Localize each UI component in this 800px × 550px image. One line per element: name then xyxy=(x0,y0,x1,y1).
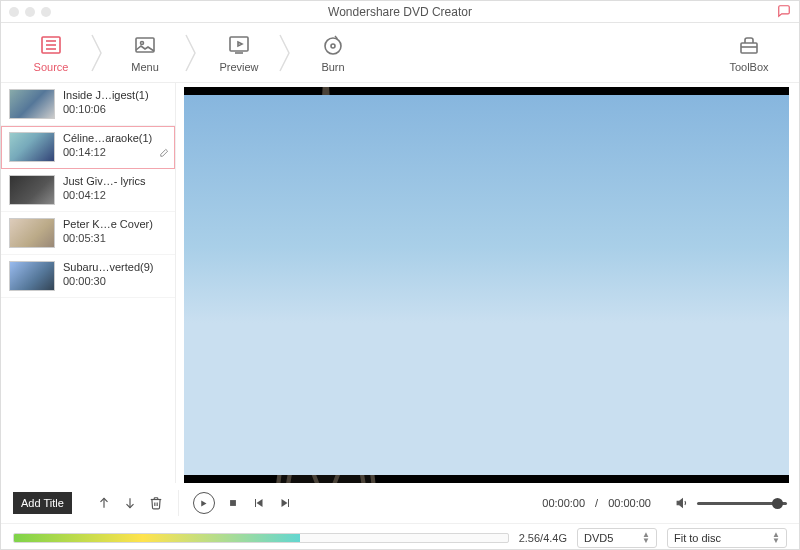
clip-duration: 00:10:06 xyxy=(63,103,149,115)
volume-icon[interactable] xyxy=(675,495,691,511)
chevron-icon xyxy=(185,33,199,73)
time-sep: / xyxy=(595,497,598,509)
clip-item[interactable]: Peter K…e Cover) 00:05:31 xyxy=(1,212,175,255)
add-title-button[interactable]: Add Title xyxy=(13,492,72,514)
step-menu-label: Menu xyxy=(131,61,159,73)
controls-row: Add Title 00:00:00 / 00:00:00 xyxy=(1,483,799,523)
step-preview-label: Preview xyxy=(219,61,258,73)
clip-duration: 00:04:12 xyxy=(63,189,146,201)
clip-duration: 00:14:12 xyxy=(63,146,152,158)
svg-marker-19 xyxy=(256,499,262,507)
svg-rect-22 xyxy=(288,499,289,507)
clip-item[interactable]: Just Giv…- lyrics 00:04:12 xyxy=(1,169,175,212)
clip-duration: 00:00:30 xyxy=(63,275,154,287)
disc-type-select[interactable]: DVD5 ▲▼ xyxy=(577,528,657,548)
svg-point-10 xyxy=(331,44,335,48)
clip-item[interactable]: Céline…araoke(1) 00:14:12 xyxy=(1,126,175,169)
move-down-icon[interactable] xyxy=(122,495,138,511)
window-title: Wondershare DVD Creator xyxy=(1,5,799,19)
clip-name: Subaru…verted(9) xyxy=(63,261,154,273)
clip-thumbnail xyxy=(9,175,55,205)
clip-item[interactable]: Inside J…igest(1) 00:10:06 xyxy=(1,83,175,126)
clip-item[interactable]: Subaru…verted(9) 00:00:30 xyxy=(1,255,175,298)
main-body: Inside J…igest(1) 00:10:06 Céline…araoke… xyxy=(1,83,799,483)
fit-value: Fit to disc xyxy=(674,532,721,544)
svg-marker-21 xyxy=(281,499,287,507)
edit-clip-icon[interactable] xyxy=(158,148,169,162)
clip-thumbnail xyxy=(9,89,55,119)
video-preview[interactable] xyxy=(184,87,789,483)
step-source-label: Source xyxy=(34,61,69,73)
title-bar: Wondershare DVD Creator xyxy=(1,1,799,23)
chevron-icon xyxy=(91,33,105,73)
svg-point-5 xyxy=(141,41,144,44)
time-current: 00:00:00 xyxy=(542,497,585,509)
clip-thumbnail xyxy=(9,261,55,291)
clip-list: Inside J…igest(1) 00:10:06 Céline…araoke… xyxy=(1,83,176,483)
clip-duration: 00:05:31 xyxy=(63,232,153,244)
clip-thumbnail xyxy=(9,218,55,248)
volume-knob[interactable] xyxy=(772,498,783,509)
bottom-bar: 2.56/4.4G DVD5 ▲▼ Fit to disc ▲▼ xyxy=(1,523,799,550)
trash-icon[interactable] xyxy=(148,495,164,511)
capacity-fill xyxy=(14,534,300,542)
clip-name: Céline…araoke(1) xyxy=(63,132,152,144)
time-total: 00:00:00 xyxy=(608,497,651,509)
next-button[interactable] xyxy=(277,495,293,511)
step-preview[interactable]: Preview xyxy=(199,33,279,73)
svg-marker-7 xyxy=(238,42,242,46)
svg-rect-11 xyxy=(741,43,757,53)
step-toolbox[interactable]: ToolBox xyxy=(709,33,789,73)
svg-marker-17 xyxy=(202,500,207,506)
play-button[interactable] xyxy=(193,492,215,514)
feedback-icon[interactable] xyxy=(777,4,791,21)
svg-rect-6 xyxy=(230,37,248,51)
capacity-label: 2.56/4.4G xyxy=(519,532,567,544)
volume-slider[interactable] xyxy=(697,502,787,505)
svg-point-9 xyxy=(325,38,341,54)
clip-name: Just Giv…- lyrics xyxy=(63,175,146,187)
svg-rect-20 xyxy=(255,499,256,507)
move-up-icon[interactable] xyxy=(96,495,112,511)
stop-button[interactable] xyxy=(225,495,241,511)
disc-type-value: DVD5 xyxy=(584,532,613,544)
step-toolbar: Source Menu Preview Burn ToolBox xyxy=(1,23,799,83)
step-burn[interactable]: Burn xyxy=(293,33,373,73)
step-toolbox-label: ToolBox xyxy=(729,61,768,73)
step-menu[interactable]: Menu xyxy=(105,33,185,73)
stepper-icon: ▲▼ xyxy=(772,532,780,544)
clip-name: Inside J…igest(1) xyxy=(63,89,149,101)
step-burn-label: Burn xyxy=(321,61,344,73)
step-source[interactable]: Source xyxy=(11,33,91,73)
svg-rect-18 xyxy=(230,500,236,506)
clip-name: Peter K…e Cover) xyxy=(63,218,153,230)
prev-button[interactable] xyxy=(251,495,267,511)
preview-pane xyxy=(176,83,799,483)
capacity-bar xyxy=(13,533,509,543)
svg-marker-23 xyxy=(677,499,682,507)
fit-select[interactable]: Fit to disc ▲▼ xyxy=(667,528,787,548)
stepper-icon: ▲▼ xyxy=(642,532,650,544)
chevron-icon xyxy=(279,33,293,73)
clip-thumbnail xyxy=(9,132,55,162)
